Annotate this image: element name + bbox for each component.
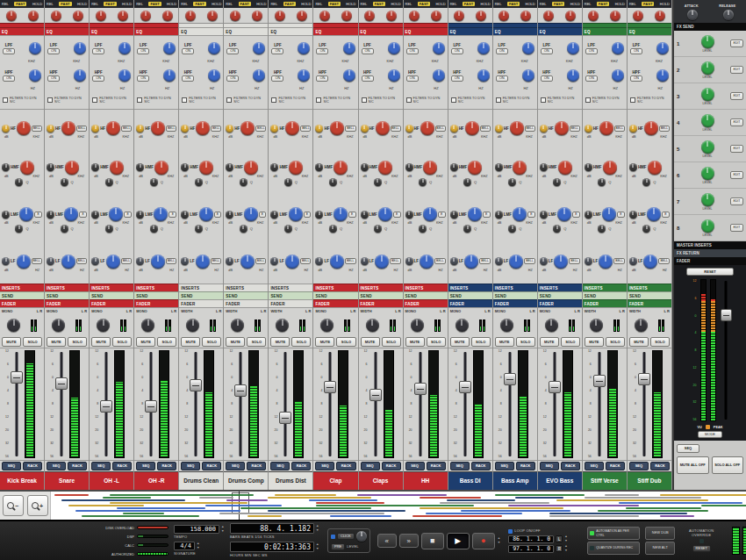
- hmf-gain-knob[interactable]: [334, 161, 348, 175]
- channel-name[interactable]: Bass DI: [448, 471, 492, 490]
- fx-send-edit-button[interactable]: EDIT: [730, 118, 743, 126]
- lpf-freq-knob[interactable]: [74, 42, 86, 54]
- lf-bell-button[interactable]: BELL: [434, 258, 446, 264]
- fx-send-edit-button[interactable]: EDIT: [730, 224, 743, 232]
- solo-button[interactable]: SOLO: [650, 337, 670, 347]
- lmf-e-button[interactable]: E: [124, 212, 132, 218]
- lf-gain-knob[interactable]: [509, 255, 523, 269]
- lpf-freq-knob[interactable]: [612, 42, 624, 54]
- lf-gain-knob[interactable]: [196, 255, 210, 269]
- time-position-display[interactable]: 0:02:13:363: [230, 542, 314, 552]
- hmf-gain-knob[interactable]: [648, 161, 662, 175]
- pan-knob[interactable]: [500, 319, 513, 332]
- position-spinner[interactable]: ▲▼: [316, 525, 319, 532]
- hpf-on-button[interactable]: ON: [406, 75, 419, 82]
- hf-gain-knob[interactable]: [510, 121, 524, 135]
- fast-button[interactable]: FAST: [463, 2, 475, 6]
- lmf-q-knob[interactable]: [105, 225, 113, 233]
- hold-knob[interactable]: [252, 11, 262, 21]
- hold-knob[interactable]: [431, 11, 441, 21]
- lf-bell-button[interactable]: BELL: [255, 258, 267, 264]
- hold-knob[interactable]: [73, 11, 83, 21]
- hf-freq-knob[interactable]: [629, 125, 637, 133]
- lmf-freq-knob[interactable]: [91, 211, 99, 219]
- lmf-gain-knob[interactable]: [289, 207, 303, 221]
- fx-send-level-knob[interactable]: [701, 61, 714, 75]
- lf-bell-button[interactable]: BELL: [613, 258, 625, 264]
- hpf-freq-knob[interactable]: [567, 69, 579, 82]
- hf-freq-knob[interactable]: [91, 125, 99, 133]
- release-knob[interactable]: [51, 11, 61, 21]
- pan-knob[interactable]: [635, 319, 648, 332]
- lpf-on-button[interactable]: ON: [137, 48, 149, 54]
- hf-freq-knob[interactable]: [2, 125, 10, 133]
- lmf-q-knob[interactable]: [642, 225, 650, 233]
- rack-button[interactable]: RACK: [23, 462, 42, 470]
- lmf-e-button[interactable]: E: [438, 212, 446, 218]
- filters-to-dyn-checkbox[interactable]: [541, 97, 546, 103]
- hf-freq-knob[interactable]: [361, 125, 369, 133]
- meter-mode-button[interactable]: MODE: [698, 431, 722, 438]
- lmf-gain-knob[interactable]: [154, 207, 168, 221]
- lpf-freq-knob[interactable]: [29, 42, 41, 54]
- hf-gain-knob[interactable]: [196, 121, 210, 135]
- hmf-gain-knob[interactable]: [244, 161, 258, 175]
- seq-button[interactable]: SEQ: [181, 462, 200, 470]
- hpf-freq-knob[interactable]: [298, 69, 310, 82]
- fast-button[interactable]: FAST: [418, 2, 430, 6]
- channel-name[interactable]: Drums Comp: [224, 471, 268, 490]
- lf-freq-knob[interactable]: [495, 257, 503, 265]
- lmf-q-knob[interactable]: [150, 225, 158, 233]
- lmf-q-knob[interactable]: [284, 225, 292, 233]
- seq-button[interactable]: SEQ: [405, 462, 425, 470]
- mute-button[interactable]: MUTE: [91, 337, 111, 347]
- seq-button[interactable]: SEQ: [91, 462, 111, 470]
- lmf-gain-knob[interactable]: [513, 207, 527, 221]
- hpf-on-button[interactable]: ON: [362, 75, 374, 82]
- hf-gain-knob[interactable]: [420, 121, 434, 135]
- hf-freq-knob[interactable]: [450, 125, 458, 133]
- quantize-during-rec-button[interactable]: QUANTIZE DURING REC: [587, 542, 640, 555]
- hmf-freq-knob[interactable]: [270, 163, 278, 171]
- filters-to-dyn-checkbox[interactable]: [92, 97, 97, 103]
- fx-send-level-knob[interactable]: [701, 193, 714, 206]
- channel-name[interactable]: HH: [404, 471, 448, 490]
- hf-gain-knob[interactable]: [330, 121, 344, 135]
- seq-button[interactable]: SEQ: [136, 462, 155, 470]
- hf-bell-button[interactable]: BELL: [32, 126, 42, 132]
- mute-button[interactable]: MUTE: [450, 337, 470, 347]
- lmf-freq-knob[interactable]: [136, 211, 144, 219]
- lmf-freq-knob[interactable]: [540, 211, 548, 219]
- lpf-on-button[interactable]: ON: [362, 48, 374, 54]
- hpf-freq-knob[interactable]: [477, 69, 490, 82]
- hmf-q-knob[interactable]: [105, 178, 113, 186]
- fast-button[interactable]: FAST: [597, 2, 609, 6]
- lmf-e-button[interactable]: E: [483, 212, 491, 218]
- lf-freq-knob[interactable]: [629, 257, 637, 265]
- lpf-freq-knob[interactable]: [163, 42, 176, 54]
- lpf-freq-knob[interactable]: [253, 42, 265, 54]
- hf-bell-button[interactable]: BELL: [525, 126, 535, 132]
- lmf-e-button[interactable]: E: [527, 212, 535, 218]
- lmf-e-button[interactable]: E: [214, 212, 222, 218]
- lmf-e-button[interactable]: E: [259, 212, 267, 218]
- hmf-gain-knob[interactable]: [558, 161, 572, 175]
- hmf-freq-knob[interactable]: [629, 163, 637, 171]
- hf-bell-button[interactable]: BELL: [166, 126, 176, 132]
- fx-send-edit-button[interactable]: EDIT: [730, 66, 743, 74]
- seq-button[interactable]: SEQ: [47, 462, 66, 470]
- solo-button[interactable]: SOLO: [427, 337, 446, 347]
- lf-bell-button[interactable]: BELL: [658, 258, 670, 264]
- mute-button[interactable]: MUTE: [136, 337, 155, 347]
- lf-bell-button[interactable]: BELL: [32, 258, 43, 264]
- hpf-on-button[interactable]: ON: [541, 75, 553, 82]
- lmf-freq-knob[interactable]: [405, 211, 413, 219]
- hmf-q-knob[interactable]: [642, 178, 650, 186]
- lmf-e-button[interactable]: E: [34, 212, 42, 218]
- lmf-freq-knob[interactable]: [2, 211, 10, 219]
- lmf-q-knob[interactable]: [374, 225, 382, 233]
- channel-name[interactable]: Clap: [313, 471, 357, 490]
- lmf-freq-knob[interactable]: [226, 211, 233, 219]
- hmf-gain-knob[interactable]: [378, 161, 392, 175]
- channel-name[interactable]: Claps: [359, 471, 403, 490]
